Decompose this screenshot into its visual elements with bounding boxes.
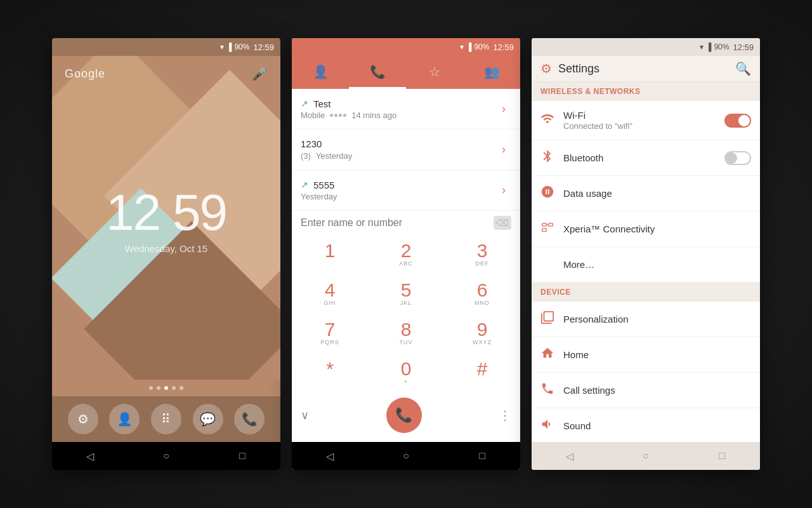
xperia-label: Xperia™ Connectivity [563, 224, 751, 234]
recent-button[interactable]: □ [230, 443, 255, 469]
bluetooth-toggle[interactable] [724, 151, 751, 165]
data-label: Data usage [563, 188, 751, 199]
tab-contacts[interactable]: 👤 [292, 56, 349, 89]
key-1[interactable]: 1 [292, 235, 368, 274]
wifi-icon: ▾ [220, 43, 224, 51]
section-wireless: WIRELESS & NETWORKS [532, 82, 760, 101]
back-button-dialer[interactable]: ◁ [317, 443, 343, 469]
dot-5[interactable] [180, 386, 183, 390]
recent-button-settings[interactable]: □ [709, 443, 735, 469]
call-info-1230: 1230 (3) Yesterday [301, 138, 496, 161]
dock-settings[interactable]: ⚙ [68, 404, 98, 434]
dialer-status-icons: ▾ ▐ 90% [460, 43, 490, 51]
key-7-main: 7 [325, 320, 336, 339]
key-8[interactable]: 8 TUV [368, 314, 444, 353]
status-bar-settings: ▾ ▐ 90% 12:59 [532, 38, 760, 56]
tab-groups[interactable]: 👥 [463, 56, 520, 89]
dot-3-active[interactable] [164, 386, 168, 390]
call-item-test[interactable]: ↗ Test Mobile 14 mins ago › [292, 89, 520, 130]
phone-dialer: ▾ ▐ 90% 12:59 👤 📞 ☆ 👥 ↗ Test [292, 38, 520, 470]
settings-item-call[interactable]: Call settings [532, 373, 760, 408]
star-icon: ☆ [429, 64, 440, 79]
key-star[interactable]: * [292, 353, 368, 392]
call-info-5555: ↗ 5555 Yesterday [301, 180, 496, 201]
settings-item-home[interactable]: Home [532, 337, 760, 373]
settings-item-sound[interactable]: Sound [532, 408, 760, 442]
dot-4[interactable] [172, 386, 176, 390]
wifi-toggle[interactable] [724, 114, 751, 128]
wifi-toggle-on[interactable] [724, 114, 751, 128]
key-6[interactable]: 6 MNO [444, 274, 520, 314]
call-arrow-test[interactable]: › [496, 102, 511, 117]
tab-favorites[interactable]: ☆ [406, 56, 463, 89]
home-button-dialer[interactable]: ○ [393, 443, 419, 469]
call-info-test: ↗ Test Mobile 14 mins ago [301, 98, 496, 120]
call-list: ↗ Test Mobile 14 mins ago › [292, 89, 520, 210]
signal-icon: ▐ [466, 43, 472, 51]
dialer-input-area: ⌫ [292, 210, 520, 235]
more-options-icon[interactable]: ⋮ [499, 408, 511, 423]
call-name-test: Test [313, 98, 331, 109]
settings-item-wifi[interactable]: Wi-Fi Connected to "wifi" [532, 101, 760, 140]
key-9[interactable]: 9 WXYZ [444, 314, 520, 353]
call-name-1230: 1230 [301, 138, 322, 149]
call-detail-5555: Yesterday [301, 192, 496, 201]
key-8-main: 8 [401, 320, 412, 339]
mic-icon[interactable]: 🎤 [252, 66, 268, 81]
settings-item-data[interactable]: Data usage [532, 176, 760, 211]
call-settings-text: Call settings [563, 385, 751, 396]
key-3-main: 3 [477, 241, 488, 260]
settings-item-more[interactable]: More… [532, 247, 760, 283]
dock-apps[interactable]: ⠿ [151, 404, 181, 434]
dock-contacts[interactable]: 👤 [109, 404, 140, 434]
settings-item-xperia[interactable]: Xperia™ Connectivity [532, 211, 760, 247]
call-item-1230[interactable]: 1230 (3) Yesterday › [292, 130, 520, 170]
settings-item-bluetooth[interactable]: Bluetooth [532, 140, 760, 176]
wifi-icon [540, 112, 563, 129]
dialer-input-field[interactable] [301, 217, 494, 229]
phone-home: ▾ ▐ 90% 12:59 Google 🎤 12 59 [52, 38, 280, 470]
key-4[interactable]: 4 GHI [292, 274, 368, 314]
call-arrow-5555[interactable]: › [496, 183, 511, 198]
wifi-text: Wi-Fi Connected to "wifi" [563, 110, 724, 131]
expand-icon[interactable]: ∨ [301, 408, 309, 422]
call-item-5555[interactable]: ↗ 5555 Yesterday › [292, 170, 520, 210]
dock-phone[interactable]: 📞 [234, 404, 265, 434]
tab-recents[interactable]: 📞 [349, 56, 406, 89]
home-dock: ⚙ 👤 ⠿ 💬 📞 [52, 396, 280, 442]
svg-rect-0 [542, 224, 546, 227]
status-bar-home: ▾ ▐ 90% 12:59 [52, 38, 280, 56]
home-button[interactable]: ○ [154, 443, 179, 469]
recent-button-dialer[interactable]: □ [469, 443, 495, 469]
call-button[interactable]: 📞 [386, 398, 422, 433]
phone-settings: ▾ ▐ 90% 12:59 ⚙ Settings 🔍 WIRELESS & NE… [532, 38, 760, 470]
dialer-clear-button[interactable]: ⌫ [494, 216, 511, 230]
settings-status-time: 12:59 [733, 43, 754, 52]
key-3[interactable]: 3 DEF [444, 235, 520, 274]
key-6-main: 6 [477, 281, 488, 300]
dialer-status-time: 12:59 [493, 43, 514, 52]
dot-2[interactable] [157, 386, 160, 390]
home-clock: 12 59 [106, 187, 226, 238]
back-button-settings[interactable]: ◁ [557, 443, 582, 469]
back-button[interactable]: ◁ [77, 443, 103, 469]
key-4-sub: GHI [324, 300, 336, 307]
dock-messaging[interactable]: 💬 [193, 404, 223, 434]
key-5[interactable]: 5 JKL [368, 274, 444, 314]
home-date: Wednesday, Oct 15 [125, 243, 207, 254]
xperia-icon [540, 220, 563, 237]
search-icon[interactable]: 🔍 [735, 61, 751, 76]
nav-bar-settings: ◁ ○ □ [532, 442, 760, 470]
key-9-sub: WXYZ [473, 339, 492, 347]
call-arrow-1230[interactable]: › [496, 142, 511, 157]
key-0[interactable]: 0 + [368, 353, 444, 392]
bluetooth-toggle-off[interactable] [724, 151, 751, 165]
key-7[interactable]: 7 PQRS [292, 314, 368, 353]
status-time: 12:59 [253, 43, 274, 52]
bluetooth-icon [540, 149, 563, 166]
settings-item-personalization[interactable]: Personalization [532, 302, 760, 337]
dot-1[interactable] [149, 386, 153, 390]
key-hash[interactable]: # [444, 353, 520, 392]
key-2[interactable]: 2 ABC [368, 235, 444, 274]
home-button-settings[interactable]: ○ [633, 443, 658, 469]
